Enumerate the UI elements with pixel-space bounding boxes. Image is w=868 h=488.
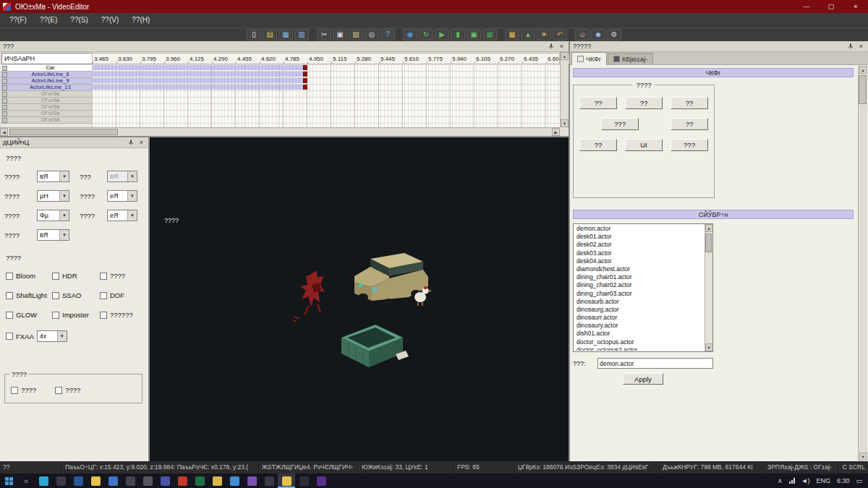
checkbox-box[interactable] xyxy=(6,312,13,319)
panel-button[interactable]: UI xyxy=(625,139,663,151)
save-icon[interactable]: ▦ xyxy=(278,29,293,40)
cut-icon[interactable]: ✂ xyxy=(317,29,331,40)
scrollbar-thumb[interactable] xyxy=(705,234,712,252)
maximize-button[interactable]: ▢ xyxy=(819,0,843,13)
track-mute-icon[interactable] xyxy=(2,105,7,110)
scroll-up-icon[interactable]: ▲ xyxy=(859,66,867,74)
start-button[interactable] xyxy=(0,474,17,488)
taskbar-app-7[interactable] xyxy=(243,474,260,488)
viewport[interactable]: ???? xyxy=(150,137,569,461)
scroll-down-icon[interactable]: ▼ xyxy=(859,453,867,461)
checkbox-box[interactable] xyxy=(100,292,107,299)
actor-group-icon[interactable]: ☻ xyxy=(591,29,605,40)
chevron-down-icon[interactable]: ▼ xyxy=(59,210,69,221)
track-row[interactable] xyxy=(92,72,560,78)
taskbar-app-1[interactable] xyxy=(52,474,69,488)
taskbar-app-word[interactable] xyxy=(69,474,87,488)
chevron-down-icon[interactable]: ▼ xyxy=(127,191,137,201)
prop-dropdown[interactable]: µН ▼ xyxy=(37,190,69,202)
track-clip-bar[interactable] xyxy=(92,65,307,70)
prop-dropdown[interactable]: еЯ ▼ xyxy=(107,190,137,202)
scroll-down-icon[interactable]: ▼ xyxy=(561,119,569,127)
checkbox-box[interactable] xyxy=(11,387,18,394)
track-bars[interactable] xyxy=(92,65,560,127)
chevron-down-icon[interactable]: ▼ xyxy=(57,331,67,341)
track-mute-icon[interactable] xyxy=(2,118,7,123)
prop-dropdown[interactable]: вЯ ▼ xyxy=(37,229,69,241)
close-icon[interactable]: × xyxy=(558,43,566,51)
track-name[interactable]: ОГ±гЅв xyxy=(1,111,92,117)
chevron-down-icon[interactable]: ▼ xyxy=(59,191,69,201)
taskbar-app-8[interactable] xyxy=(260,474,278,488)
checkbox-misc[interactable]: ???? xyxy=(55,386,80,394)
menu-item[interactable]: ??(H) xyxy=(125,13,156,27)
checkbox-box[interactable] xyxy=(6,292,13,299)
checkbox-imposter[interactable]: Imposter xyxy=(52,311,100,319)
scroll-right-icon[interactable]: ▶ xyxy=(552,128,560,136)
track-row[interactable] xyxy=(92,91,560,98)
panel-button[interactable]: ??? xyxy=(671,139,708,151)
checkbox-box[interactable] xyxy=(52,292,59,299)
screen-icon[interactable]: ▦ xyxy=(482,29,497,40)
capture-icon[interactable]: ▣ xyxy=(467,29,481,40)
actor-name-input[interactable] xyxy=(597,358,713,369)
actor-list-item[interactable]: desk03.actor xyxy=(574,249,704,257)
taskbar-app-3[interactable] xyxy=(122,474,139,488)
panel-button[interactable]: ?? xyxy=(579,139,617,151)
clip-end-marker[interactable] xyxy=(303,78,307,83)
taskbar-app-5[interactable] xyxy=(174,474,191,488)
actor-list-item[interactable]: doctor_octopus.actor xyxy=(574,338,704,346)
panel-button[interactable]: ?? xyxy=(671,97,708,109)
taskbar-app-9[interactable] xyxy=(295,474,312,488)
checkbox-box[interactable] xyxy=(52,273,59,280)
actor-list-item[interactable]: dish01.actor xyxy=(574,330,704,338)
panel-button[interactable]: ??? xyxy=(601,118,639,130)
track-name[interactable]: ОГ±гЅв xyxy=(1,104,92,111)
tab-object[interactable]: КВjю±аj- xyxy=(608,53,653,64)
import-icon[interactable]: ▥ xyxy=(294,29,309,40)
taskbar-app-2[interactable] xyxy=(104,474,122,488)
track-mute-icon[interactable] xyxy=(2,79,7,84)
checkbox-ssao[interactable]: SSAO xyxy=(52,291,100,299)
undo-icon[interactable]: ↶ xyxy=(553,29,567,40)
panel-button[interactable]: ?? xyxy=(671,118,708,130)
paste-icon[interactable]: ▧ xyxy=(349,29,363,40)
clip-end-marker[interactable] xyxy=(303,72,307,77)
search-icon[interactable]: ○ xyxy=(17,474,35,488)
close-button[interactable]: × xyxy=(843,0,868,13)
chevron-down-icon[interactable]: ▼ xyxy=(59,230,69,240)
track-name[interactable]: ActorLifeLine_13 xyxy=(1,85,92,91)
chevron-down-icon[interactable]: ▼ xyxy=(59,171,69,181)
clip-end-marker[interactable] xyxy=(303,65,307,70)
checkbox-shaftlight[interactable]: ShaftLight xyxy=(6,291,52,299)
play-icon[interactable]: ▶ xyxy=(435,29,449,40)
actor-list-item[interactable]: dining_chair03.actor xyxy=(574,290,704,298)
close-icon[interactable]: × xyxy=(857,43,865,51)
viewport-object-dumpster[interactable] xyxy=(341,325,409,367)
track-mute-icon[interactable] xyxy=(2,72,7,77)
actor-list-item[interactable]: dinosaurr.actor xyxy=(574,314,704,322)
panel-button[interactable]: ?? xyxy=(579,97,617,109)
actor-list-item[interactable]: dinosaurg.actor xyxy=(574,306,704,314)
network-icon[interactable] xyxy=(789,478,795,484)
scroll-down-icon[interactable]: ▼ xyxy=(705,343,713,351)
actor-listbox[interactable]: demon.actordesk01.actordesk02.actordesk0… xyxy=(573,223,713,352)
refresh-icon[interactable]: ↻ xyxy=(419,29,433,40)
track-name[interactable]: Car xyxy=(1,65,92,72)
prop-dropdown[interactable]: еЯ ▼ xyxy=(107,210,137,221)
track-mute-icon[interactable] xyxy=(2,85,7,90)
open-folder-icon[interactable]: ▤ xyxy=(263,29,277,40)
scroll-left-icon[interactable]: ◀ xyxy=(0,128,8,136)
taskbar-app-4[interactable] xyxy=(139,474,156,488)
track-name[interactable]: ОГ±гЅв xyxy=(1,117,92,124)
fxaa-dropdown[interactable]: 4x ▼ xyxy=(37,330,67,342)
timeline-vertical-scrollbar[interactable]: ▲ ▼ xyxy=(560,52,569,127)
actor-list-item[interactable]: demon.actor xyxy=(574,225,704,233)
track-name[interactable]: ActorLifeLine_6 xyxy=(1,72,92,78)
tab-scene[interactable]: ЧКФг xyxy=(571,52,607,65)
chevron-down-icon[interactable]: ▼ xyxy=(127,210,137,221)
light-icon[interactable]: ☀ xyxy=(537,29,551,40)
checkbox-box[interactable] xyxy=(6,273,13,280)
checkbox-fxaa[interactable] xyxy=(6,333,13,340)
apply-button[interactable]: Apply xyxy=(623,373,663,385)
